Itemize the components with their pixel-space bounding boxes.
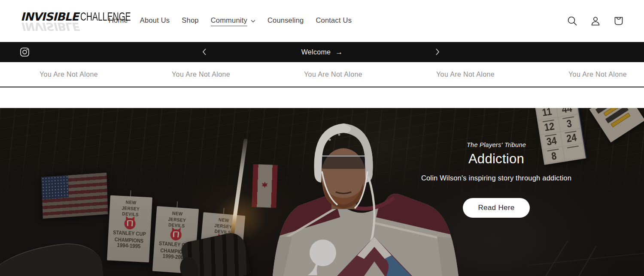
- scrolling-ticker: You Are Not Alone You Are Not Alone You …: [0, 62, 644, 87]
- next-slide-button[interactable]: [435, 48, 440, 56]
- previous-slide-button[interactable]: [202, 48, 207, 56]
- read-here-button[interactable]: Read Here: [463, 198, 530, 218]
- us-flag: [41, 173, 108, 219]
- arrow-right-icon: →: [335, 48, 343, 56]
- arena-balcony-edge: [0, 240, 106, 276]
- header-actions: [567, 0, 624, 42]
- us-flag-canton: [41, 175, 69, 199]
- nav-item-contact-us[interactable]: Contact Us: [316, 16, 352, 26]
- announcement-link[interactable]: Welcome →: [301, 42, 343, 62]
- ticker-text: You Are Not Alone: [436, 71, 568, 78]
- hero-title: Addiction: [421, 151, 572, 167]
- championship-banner: NEW JERSEY DEVILS STANLEY CUP CHAMPIONS …: [107, 195, 152, 263]
- retired-number: 44: [561, 108, 573, 115]
- devils-logo-icon: [170, 229, 182, 241]
- hero-section: NEW JERSEY DEVILS STANLEY CUP CHAMPIONS …: [0, 108, 644, 276]
- page: INVISIBLE INVISIBLE CHALLENGE Home About…: [0, 0, 644, 276]
- hero-content: The Players' Tribune Addiction Colin Wil…: [421, 141, 572, 218]
- chevron-down-icon: [251, 20, 255, 23]
- cart-icon[interactable]: [613, 15, 624, 27]
- ticker-text: You Are Not Alone: [39, 71, 172, 78]
- instagram-icon[interactable]: [20, 48, 29, 57]
- announcement-bar: Welcome →: [0, 42, 644, 62]
- search-icon[interactable]: [567, 15, 578, 27]
- announcement-message: Welcome: [301, 48, 331, 56]
- ticker-text: You Are Not Alone: [568, 71, 644, 78]
- devils-logo-icon: [124, 218, 136, 229]
- hero-subtitle: Colin Wilson's inspiring story through a…: [421, 174, 572, 182]
- hero-kicker: The Players' Tribune: [421, 141, 572, 148]
- nav-item-shop[interactable]: Shop: [182, 16, 198, 26]
- retired-number: 11: [541, 108, 553, 118]
- nav-item-community[interactable]: Community: [211, 16, 255, 26]
- nav-item-about-us[interactable]: About Us: [140, 16, 170, 26]
- ticker-track: You Are Not Alone You Are Not Alone You …: [39, 62, 644, 87]
- banner-team: NEW JERSEY DEVILS: [162, 210, 192, 230]
- retired-number: 3: [566, 117, 573, 129]
- retired-number: 12: [544, 120, 555, 133]
- ticker-text: You Are Not Alone: [304, 71, 436, 78]
- site-header: INVISIBLE INVISIBLE CHALLENGE Home About…: [0, 0, 644, 42]
- banner-team: NEW JERSEY DEVILS: [116, 199, 145, 218]
- logo-primary-text: INVISIBLE INVISIBLE: [21, 11, 79, 22]
- main-nav: Home About Us Shop Community Counseling …: [109, 0, 352, 42]
- arena-railing: [540, 240, 568, 276]
- arena-railing: [572, 246, 597, 276]
- nav-item-counseling[interactable]: Counseling: [267, 16, 304, 26]
- account-icon[interactable]: [590, 15, 601, 27]
- ticker-text: You Are Not Alone: [172, 71, 304, 78]
- nav-item-home[interactable]: Home: [109, 16, 128, 26]
